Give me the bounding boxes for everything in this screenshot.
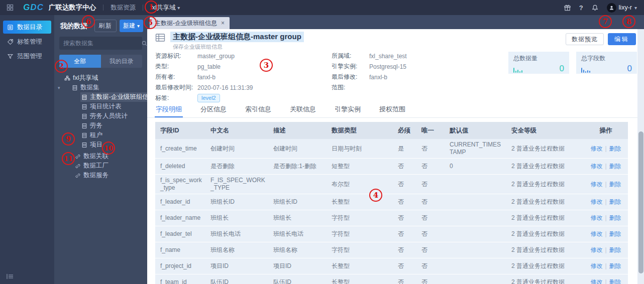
detail-tab-0[interactable]: 字段明细: [156, 101, 182, 117]
meta-row: 资源标识:master_group: [155, 51, 332, 61]
table-cell: 0: [445, 161, 506, 172]
meta-label: 范围:: [332, 83, 369, 92]
delete-link[interactable]: 删除: [609, 278, 621, 284]
modify-link[interactable]: 修改: [590, 198, 602, 205]
table-icon: [155, 33, 165, 42]
detail-tab-3[interactable]: 关联信息: [290, 101, 316, 117]
filter-tab-1[interactable]: 我的目录: [101, 55, 143, 68]
annotation-circle-8: 8: [622, 15, 635, 28]
meta-label: 资源标识:: [155, 52, 197, 60]
table-cell: 否: [393, 260, 416, 272]
modify-link[interactable]: 修改: [590, 278, 602, 284]
delete-link[interactable]: 删除: [609, 145, 621, 152]
tree-root-domain[interactable]: fxl共享域: [54, 73, 147, 83]
meta-label: 类型:: [155, 62, 197, 71]
tree-group-datasets[interactable]: ▾数据集: [54, 83, 147, 92]
delete-link[interactable]: 删除: [609, 262, 621, 269]
meta-value: fanxl-b: [197, 74, 216, 81]
column-header: 安全等级: [506, 125, 587, 136]
tree-dataset-inner: 项目统计表: [80, 102, 125, 111]
delete-link[interactable]: 删除: [609, 246, 621, 253]
detail-tab-4[interactable]: 引擎实例: [335, 101, 361, 117]
sidebar-item-label: 数据目录: [17, 23, 42, 32]
link-icon: [75, 173, 81, 179]
tree-dataset-0[interactable]: 主数据-企业级班组信息: [54, 92, 147, 102]
table-cell: 2 普通业务过程数据: [506, 179, 587, 190]
tree-dataset-2[interactable]: 劳务人员统计: [54, 111, 147, 121]
table-cell: 字符型: [327, 228, 393, 240]
collapse-sidebar-icon[interactable]: [6, 273, 14, 280]
modify-link[interactable]: 修改: [590, 181, 602, 188]
search-input[interactable]: [63, 40, 141, 47]
create-button[interactable]: 新建▾: [120, 20, 143, 32]
delete-link[interactable]: 删除: [609, 163, 621, 170]
chevron-down-icon[interactable]: ▾: [58, 85, 63, 90]
annotation-circle-7: 7: [599, 15, 612, 28]
modify-link[interactable]: 修改: [590, 246, 602, 253]
delete-link[interactable]: 删除: [609, 230, 621, 237]
refresh-button[interactable]: 刷新: [94, 20, 117, 32]
column-header: 操作: [587, 125, 628, 136]
sidebar-item-label: 范围管理: [17, 52, 42, 61]
bell-icon[interactable]: [591, 4, 599, 12]
meta-row: 最后修改:fanxl-b: [332, 72, 497, 82]
table-cell: 2 普通业务过程数据: [506, 244, 587, 256]
app-grid-icon[interactable]: [6, 4, 14, 12]
annotation-circle-2: 2: [55, 60, 68, 73]
page-scrollbar[interactable]: [637, 29, 644, 284]
tree-dataset-3[interactable]: 劳务: [54, 121, 147, 130]
modify-link[interactable]: 修改: [590, 214, 602, 221]
table-cell: 否: [416, 143, 445, 155]
tree-root-label: fxl共享域: [73, 74, 98, 82]
table-cell: 2 普通业务过程数据: [506, 260, 587, 272]
document-tab[interactable]: 主数据-企业级班组信息 ×: [150, 17, 230, 29]
detail-tab-5[interactable]: 授权范围: [379, 101, 405, 117]
page-title: 主数据-企业级班组信息-master group: [170, 32, 304, 42]
table-cell: f_leader_name: [155, 212, 205, 224]
sidebar-item-tags[interactable]: 标签管理: [3, 35, 51, 48]
help-icon[interactable]: ?: [579, 4, 583, 12]
chevron-down-icon: ▾: [137, 23, 140, 29]
stat-value: 0: [627, 64, 632, 73]
edit-button[interactable]: 编辑: [608, 33, 636, 45]
detail-tab-2[interactable]: 索引信息: [245, 101, 271, 117]
table-cell: CURRENT_TIMESTAMP: [445, 139, 506, 158]
table-cell: 日期与时刻: [327, 143, 393, 155]
table-row: f_deleted是否删除是否删除:1-删除短整型否否02 普通业务过程数据修改…: [155, 159, 628, 175]
data-preview-button[interactable]: 数据预览: [566, 33, 604, 45]
table-icon: [81, 132, 87, 138]
modify-link[interactable]: 修改: [590, 262, 602, 269]
table-icon: [81, 104, 87, 110]
table-cell: 项目ID: [205, 260, 268, 272]
modify-link[interactable]: 修改: [590, 163, 602, 170]
table-cell: [445, 182, 506, 186]
meta-value: master_group: [197, 53, 235, 60]
sidebar-item-catalog[interactable]: 数据目录: [3, 21, 51, 34]
delete-link[interactable]: 删除: [609, 181, 621, 188]
table-cell: 否: [416, 212, 445, 224]
column-header: 字段ID: [155, 125, 205, 136]
annotation-circle-3: 3: [260, 59, 273, 72]
stat-cards: 总数据量0总字段数0: [508, 52, 637, 74]
tree-dataset-1[interactable]: 项目统计表: [54, 102, 147, 111]
table-cell: 班组长: [268, 212, 327, 224]
row-actions: 修改|删除: [587, 260, 628, 272]
sidebar-item-scope[interactable]: 范围管理: [3, 50, 51, 63]
delete-link[interactable]: 删除: [609, 198, 621, 205]
nav-data-resource[interactable]: 数据资源: [111, 4, 136, 12]
table-icon: [72, 85, 78, 91]
close-icon[interactable]: ×: [221, 20, 225, 27]
page-scroll-thumb[interactable]: [638, 131, 643, 273]
tree-link-2[interactable]: 数据服务: [54, 171, 147, 180]
modify-link[interactable]: 修改: [590, 230, 602, 237]
user-menu[interactable]: lixy-r ▾: [607, 3, 637, 13]
table-cell: 否: [416, 228, 445, 240]
modify-link[interactable]: 修改: [590, 145, 602, 152]
tree-link-label: 数据工厂: [83, 162, 109, 170]
row-actions: 修改|删除: [587, 276, 628, 284]
table-row: f_create_time创建时间创建时间日期与时刻是否CURRENT_TIME…: [155, 139, 628, 159]
divider: [143, 5, 143, 11]
detail-tab-1[interactable]: 分区信息: [200, 101, 227, 117]
gift-icon[interactable]: [564, 4, 571, 12]
delete-link[interactable]: 删除: [609, 214, 621, 221]
